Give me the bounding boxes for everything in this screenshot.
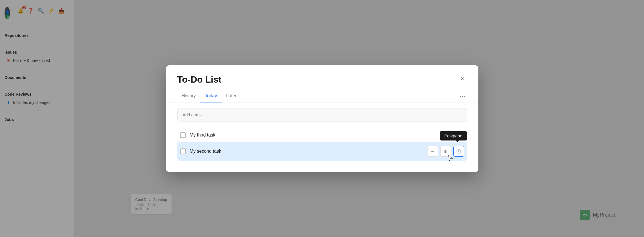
task-more-button[interactable]: ··· [427, 146, 438, 157]
clock-icon: 🕐 [456, 149, 461, 154]
task-checkbox-1[interactable] [180, 132, 186, 138]
tab-more-button[interactable]: ··· [458, 91, 467, 102]
modal-overlay[interactable]: To-Do List × History Today Later ··· My … [0, 0, 644, 237]
task-postpone-button[interactable]: 🕐 [453, 146, 464, 157]
tab-history[interactable]: History [177, 91, 201, 102]
task-label-2: My second task [190, 149, 423, 154]
todo-modal: To-Do List × History Today Later ··· My … [166, 65, 478, 172]
task-list: My third task My second task ··· 🗑 🕐 [166, 126, 478, 172]
add-task-area [166, 102, 478, 126]
modal-header: To-Do List × [166, 65, 478, 91]
task-label-1: My third task [190, 133, 464, 138]
task-actions: ··· 🗑 🕐 Postpone [427, 146, 464, 157]
task-more-icon: ··· [431, 149, 434, 154]
modal-tabs: History Today Later ··· [166, 91, 478, 102]
task-delete-button[interactable]: 🗑 [440, 146, 451, 157]
add-task-input[interactable] [177, 108, 467, 121]
task-checkbox-2[interactable] [180, 148, 186, 154]
postpone-container: 🕐 Postpone [453, 146, 464, 157]
task-item-1: My third task [177, 128, 467, 142]
tab-today[interactable]: Today [200, 91, 222, 102]
modal-title: To-Do List [177, 74, 222, 85]
tab-later[interactable]: Later [222, 91, 241, 102]
modal-close-button[interactable]: × [458, 74, 467, 83]
task-item-2: My second task ··· 🗑 🕐 Postpone [177, 142, 467, 161]
trash-icon: 🗑 [444, 149, 448, 154]
